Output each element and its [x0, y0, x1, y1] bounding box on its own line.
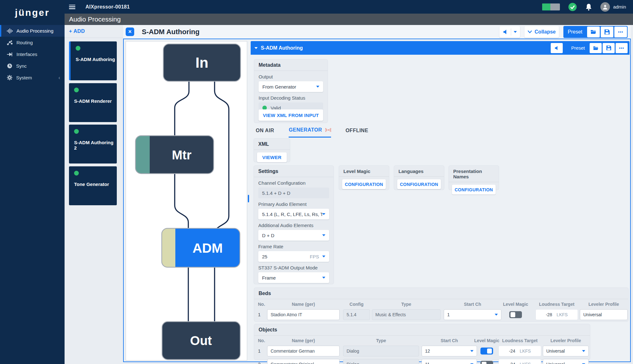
monitor-button[interactable]: [551, 43, 563, 53]
panel-header[interactable]: S-ADM Authoring Preset: [251, 41, 630, 55]
view-xml-button[interactable]: VIEW XML FROM INPUT: [259, 109, 323, 121]
status-dot: [74, 129, 79, 134]
objects-section: Objects No. Name (ger) Type Start Ch Lev…: [254, 324, 590, 360]
folder-open-icon: [591, 29, 596, 34]
bed-start-ch-select[interactable]: 1: [444, 309, 501, 320]
close-icon[interactable]: ×: [126, 28, 134, 36]
frame-rate-label: Frame Rate: [258, 244, 329, 249]
status-ok-icon: [568, 3, 577, 11]
section-title: Beds: [254, 288, 628, 299]
bed-name-field[interactable]: [267, 309, 340, 320]
beds-section: Beds No. Name (ger) Config Type Start Ch…: [254, 288, 628, 321]
object-type-value: Dialog: [343, 359, 419, 364]
table-row: 1 Dialog 12 -24 LKFS: [254, 345, 590, 358]
xml-section: XML VIEWER: [254, 139, 290, 162]
sidebar-item-label: Interfaces: [16, 52, 37, 57]
avatar[interactable]: [600, 2, 610, 12]
instance-card-sadm-renderer[interactable]: S-ADM Renderer: [69, 83, 117, 122]
xml-viewer-button[interactable]: VIEWER: [257, 152, 287, 162]
broadcast-icon: [325, 128, 331, 132]
frame-rate-unit: FPS: [310, 254, 319, 259]
object-leveler-profile[interactable]: Universal: [543, 346, 589, 356]
tab-offline[interactable]: OFFLINE: [346, 127, 368, 138]
speaker-icon: [503, 29, 508, 35]
panel-splitter-handle[interactable]: [248, 195, 249, 202]
decoding-status-label: Input Decoding Status: [259, 95, 323, 101]
sidebar-item-routing[interactable]: Routing: [0, 37, 65, 48]
add-instance-button[interactable]: + ADD: [69, 28, 85, 34]
bed-loudness-target[interactable]: -28 LKFS: [536, 309, 578, 320]
bell-icon[interactable]: [585, 3, 592, 11]
page-title: Audio Processing: [69, 15, 121, 23]
settings-section: Settings Channel Configuration 5.1.4 + D…: [254, 166, 334, 284]
monitor-split-button[interactable]: [499, 26, 520, 38]
preset-save-button[interactable]: [603, 43, 615, 53]
preset-label: Preset: [571, 45, 585, 51]
sidebar-item-interfaces[interactable]: Interfaces: [0, 48, 65, 60]
output-select[interactable]: From Generator: [259, 81, 323, 92]
tab-generator[interactable]: GENERATOR: [289, 127, 331, 138]
brand-logo: jünger: [0, 0, 65, 25]
bed-level-magic-toggle[interactable]: [509, 311, 522, 318]
bed-config-value: 5.1.4: [343, 309, 370, 320]
instance-card-sadm-authoring-2[interactable]: S-ADM Authoring 2: [69, 125, 117, 163]
user-icon: [602, 4, 608, 10]
signal-flow-diagram: In Mtr ADM Out: [126, 41, 247, 361]
sidebar-item-system[interactable]: System ‹: [0, 72, 65, 83]
object-loudness-target[interactable]: -24 LKFS: [498, 359, 541, 364]
section-title: Metadata: [254, 59, 328, 71]
bed-leveler-profile[interactable]: Universal: [580, 309, 628, 320]
chevron-down-icon: [322, 256, 325, 257]
module-header: × S-ADM Authoring Collapse Preset: [123, 25, 631, 39]
panel-title: S-ADM Authoring: [261, 45, 303, 51]
presentation-names-configuration-button[interactable]: CONFIGURATION: [452, 185, 496, 194]
row-number: 1: [258, 346, 260, 356]
primary-audio-select[interactable]: 5.1.4 (L, R, C, LFE, Ls, Rs, Tfl,...: [258, 209, 329, 219]
collapse-button[interactable]: Collapse: [524, 26, 559, 38]
node-out-label: Out: [190, 334, 212, 348]
languages-configuration-button[interactable]: CONFIGURATION: [397, 179, 441, 189]
table-row: 2 Dialog 11 -24 LKFS: [254, 358, 590, 364]
sidebar-item-audio-processing[interactable]: Audio Processing: [0, 25, 65, 37]
tab-on-air[interactable]: ON AIR: [256, 127, 274, 138]
object-loudness-target[interactable]: -24 LKFS: [498, 346, 541, 356]
object-level-magic-toggle[interactable]: [480, 361, 493, 364]
object-start-ch-select[interactable]: 11: [422, 359, 477, 364]
hamburger-menu-icon[interactable]: [69, 5, 75, 9]
object-leveler-profile[interactable]: Universal: [543, 359, 589, 364]
preset-load-button[interactable]: [590, 43, 602, 53]
row-number: 1: [258, 309, 260, 320]
table-row: 1 5.1.4 Music & Effects 1 -2: [254, 309, 628, 321]
instance-card-tone-generator[interactable]: Tone Generator: [69, 166, 117, 205]
bed-type-value: Music & Effects: [372, 309, 441, 320]
instance-card-sadm-authoring[interactable]: S-ADM Authoring: [69, 41, 117, 80]
node-adm-sidebar: [162, 228, 175, 267]
object-start-ch-select[interactable]: 12: [422, 346, 477, 356]
save-icon: [606, 46, 611, 50]
more-options-button[interactable]: •••: [614, 27, 627, 37]
object-name-field[interactable]: [267, 346, 340, 356]
user-name[interactable]: admin: [613, 4, 626, 9]
st337-mode-select[interactable]: Frame: [258, 272, 329, 283]
gear-icon: [7, 75, 12, 80]
object-name-field[interactable]: [267, 359, 340, 364]
module-title: S-ADM Authoring: [142, 28, 199, 36]
module-body: In Mtr ADM Out S-ADM Authoring: [123, 39, 631, 362]
instance-card-label: S-ADM Authoring 2: [74, 140, 117, 151]
frame-rate-select[interactable]: 25 FPS: [258, 251, 329, 262]
additional-audio-select[interactable]: D + D: [258, 230, 329, 241]
section-title: Level Magic: [339, 166, 389, 177]
object-level-magic-toggle[interactable]: [480, 348, 493, 355]
chevron-down-icon: [495, 314, 498, 316]
node-adm-label: ADM: [192, 241, 223, 256]
sidebar-item-sync[interactable]: Sync: [0, 60, 65, 72]
status-dot: [74, 171, 79, 176]
chevron-left-icon[interactable]: ‹: [59, 75, 60, 81]
interfaces-icon: [7, 52, 13, 57]
sidebar-item-label: Routing: [16, 40, 33, 45]
preset-save-button[interactable]: [601, 27, 613, 37]
level-magic-configuration-button[interactable]: CONFIGURATION: [342, 179, 386, 189]
preset-load-button[interactable]: [587, 27, 600, 37]
more-options-button[interactable]: •••: [616, 43, 628, 53]
preset-group: Preset •••: [563, 26, 628, 38]
